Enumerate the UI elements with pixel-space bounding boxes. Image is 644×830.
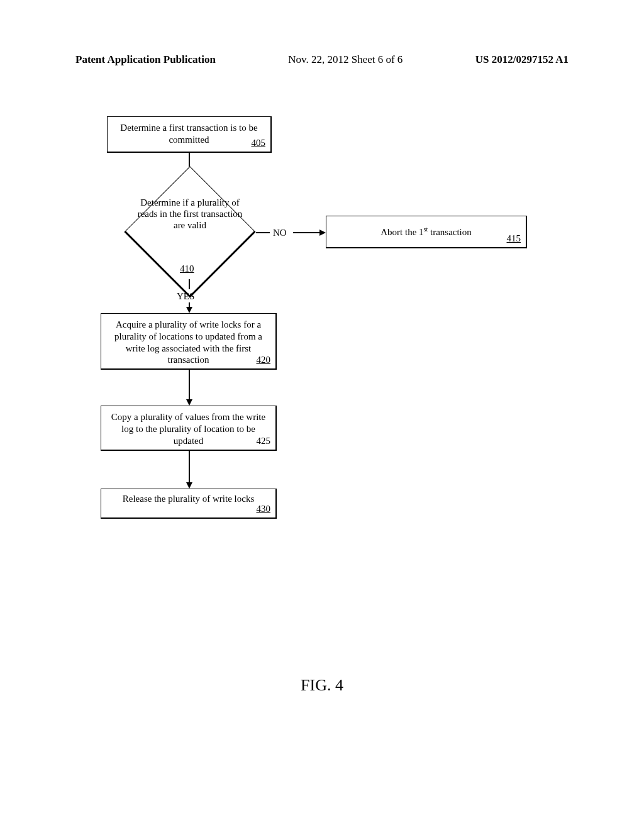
figure-caption: FIG. 4 (0, 676, 644, 695)
flowchart-box-425: Copy a plurality of values from the writ… (101, 406, 277, 451)
flow-arrow-line (293, 232, 321, 233)
box-425-ref: 425 (257, 435, 271, 447)
flow-arrow-line (189, 370, 190, 400)
box-405-ref: 405 (252, 137, 266, 149)
box-430-ref: 430 (257, 503, 271, 515)
box-415-text: Abort the 1st transaction (380, 226, 472, 238)
box-420-ref: 420 (257, 354, 271, 366)
decision-no-label: NO (273, 228, 287, 238)
flowchart-box-420: Acquire a plurality of write locks for a… (101, 313, 277, 370)
header-date-sheet: Nov. 22, 2012 Sheet 6 of 6 (288, 53, 402, 66)
header-publication-type: Patent Application Publication (75, 53, 216, 66)
flowchart-box-405: Determine a first transaction is to be c… (107, 116, 272, 153)
page-header: Patent Application Publication Nov. 22, … (0, 53, 644, 66)
header-pub-number: US 2012/0297152 A1 (475, 53, 569, 66)
decision-yes-label: YES (177, 291, 194, 302)
box-415-ref: 415 (507, 233, 521, 245)
box-425-text: Copy a plurality of values from the writ… (111, 412, 265, 446)
flowchart-box-415: Abort the 1st transaction 415 (326, 216, 527, 248)
flow-arrow-head-down-icon (186, 307, 192, 313)
flow-arrow-line (189, 451, 190, 482)
flow-arrow-head-down-icon (186, 399, 192, 406)
flowchart-container: Determine a first transaction is to be c… (94, 116, 547, 569)
box-420-text: Acquire a plurality of write locks for a… (114, 319, 262, 365)
flowchart-box-430: Release the plurality of write locks 430 (101, 489, 277, 519)
flow-arrow-line (189, 279, 190, 289)
flow-arrow-head-right-icon (319, 230, 326, 236)
decision-410-text: Determine if a plurality of reads in the… (132, 197, 248, 231)
box-430-text: Release the plurality of write locks (123, 493, 255, 505)
box-405-text: Determine a first transaction is to be c… (120, 123, 257, 145)
flowchart-decision-410 (124, 166, 255, 297)
decision-410-ref: 410 (180, 263, 194, 274)
flow-arrow-head-down-icon (186, 482, 192, 489)
flow-arrow-line (256, 232, 270, 233)
